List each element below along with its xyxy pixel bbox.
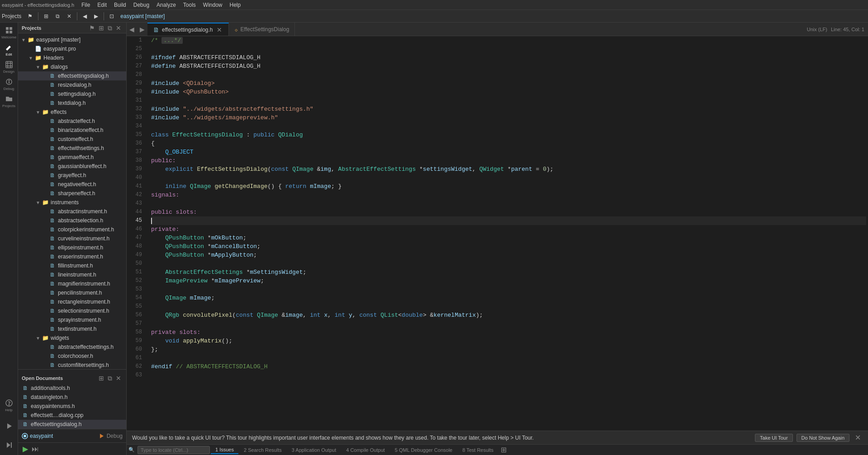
open-docs-list: 🗎additionaltools.h 🗎datasingleton.h 🗎eas…: [18, 384, 126, 429]
menu-build[interactable]: Build: [110, 1, 130, 9]
tree-item-pro[interactable]: 📄 easypaint.pro: [18, 44, 126, 53]
open-docs-split-btn[interactable]: ⧉: [106, 375, 114, 381]
toolbar-split-btn[interactable]: ⧉: [53, 12, 62, 20]
tab-effectsettingsdialog-class[interactable]: ⬦ EffectSettingsDialog: [229, 23, 295, 36]
run-btn[interactable]: ▶: [22, 444, 29, 454]
menu-help[interactable]: Help: [226, 1, 245, 9]
code-content[interactable]: /* ...*/ #ifndef ABSTRACTEFFECTSDIALOG_H…: [149, 36, 868, 431]
tree-file-customfilter[interactable]: 🗎customfiltersettings.h: [18, 361, 126, 369]
ln-45: 45: [127, 216, 146, 225]
sidebar-help[interactable]: Help: [1, 397, 17, 413]
menu-file[interactable]: File: [78, 1, 94, 9]
tree-file-abstractinstr[interactable]: 🗎abstractinstrument.h: [18, 207, 126, 216]
menu-window[interactable]: Window: [199, 1, 226, 9]
bottom-tab-test[interactable]: 8 Test Results: [458, 446, 498, 454]
bottom-tab-issues[interactable]: 1 Issues: [211, 446, 238, 454]
tree-file-binarization[interactable]: 🗎 binarizationeffect.h: [18, 126, 126, 135]
bottom-tab-search[interactable]: 2 Search Results: [239, 446, 286, 454]
toolbar-nav-fwd[interactable]: ▶: [91, 12, 101, 20]
toolbar-close-btn[interactable]: ✕: [64, 12, 74, 20]
sidebar-debug[interactable]: Debug: [1, 76, 17, 92]
notification-close-button[interactable]: ✕: [853, 433, 863, 442]
tree-file-fill[interactable]: 🗎fillinstrument.h: [18, 261, 126, 270]
panel-filter-btn[interactable]: ⚑: [88, 25, 96, 31]
panel-new-btn[interactable]: ⊞: [97, 25, 105, 31]
tree-file-settings[interactable]: 🗎 settingsdialog.h: [18, 89, 126, 99]
menu-analyze[interactable]: Analyze: [153, 1, 180, 9]
sidebar-design[interactable]: Design: [1, 59, 17, 75]
tree-file-abstracteffect[interactable]: 🗎 abstracteffect.h: [18, 117, 126, 126]
step-btn[interactable]: ⏭: [31, 444, 40, 454]
tree-headers[interactable]: ▼ 📁 Headers: [18, 53, 126, 62]
tree-file-abstractsel[interactable]: 🗎abstractselection.h: [18, 216, 126, 225]
tree-file-gamma[interactable]: 🗎 gammaeffect.h: [18, 153, 126, 162]
tree-file-rect[interactable]: 🗎rectangleinstrument.h: [18, 297, 126, 306]
toolbar-bookmark-btn[interactable]: ⊡: [107, 12, 117, 20]
tree-file-effectwith[interactable]: 🗎 effectwithsettings.h: [18, 144, 126, 153]
tree-file-effectsettings[interactable]: 🗎 effectsettingsdialog.h: [18, 71, 126, 80]
tree-file-gray[interactable]: 🗎 grayeffect.h: [18, 171, 126, 180]
tree-file-eraser[interactable]: 🗎eraserinstrument.h: [18, 252, 126, 261]
tree-container[interactable]: ▼ 📁 easypaint [master] 📄 easypaint.pro ▼…: [18, 33, 126, 369]
tree-file-pencil[interactable]: 🗎pencilinstrument.h: [18, 288, 126, 297]
toolbar-filter-btn[interactable]: ⚑: [25, 12, 35, 20]
tree-file-gaussian[interactable]: 🗎 gaussianblureffect.h: [18, 162, 126, 171]
tree-effects[interactable]: ▼ 📁 effects: [18, 108, 126, 117]
do-not-show-button[interactable]: Do Not Show Again: [797, 434, 849, 442]
tree-file-colorpicker[interactable]: 🗎colorpickerinstrument.h: [18, 225, 126, 234]
tree-file-textinstr[interactable]: 🗎textinstrument.h: [18, 324, 126, 333]
f-icon-re: 🗎: [49, 299, 56, 305]
sidebar-run[interactable]: [1, 418, 17, 434]
notification-text: Would you like to take a quick UI tour? …: [132, 435, 751, 441]
tab-nav-right[interactable]: ▶: [137, 23, 147, 36]
sidebar-projects[interactable]: Projects: [1, 93, 17, 109]
menu-tools[interactable]: Tools: [180, 1, 199, 9]
tree-root[interactable]: ▼ 📁 easypaint [master]: [18, 35, 126, 44]
open-doc-effectcpp[interactable]: 🗎effectsett....dialog.cpp: [18, 411, 126, 420]
tree-file-colorchooser[interactable]: 🗎colorchooser.h: [18, 352, 126, 361]
open-doc-datasingleton[interactable]: 🗎datasingleton.h: [18, 393, 126, 402]
tree-dialogs[interactable]: ▼ 📁 dialogs: [18, 62, 126, 71]
open-doc-effecth[interactable]: 🗎effectsettingsdialog.h: [18, 420, 126, 429]
tab-close-h[interactable]: ✕: [216, 26, 223, 33]
tree-widgets[interactable]: ▼ 📁 widgets: [18, 333, 126, 342]
tree-file-line[interactable]: 🗎lineinstrument.h: [18, 270, 126, 279]
open-doc-additionaltools[interactable]: 🗎additionaltools.h: [18, 384, 126, 393]
locate-input[interactable]: [138, 446, 210, 454]
ln-48: 48: [127, 242, 146, 251]
tree-effects-label: effects: [51, 109, 124, 115]
tree-file-curveline[interactable]: 🗎curvelineinstrument.h: [18, 234, 126, 243]
tab-effectsettingsdialog-h[interactable]: 🗎 effectsettingsdialog.h ✕: [147, 23, 229, 36]
tree-file-selection[interactable]: 🗎selectioninstrument.h: [18, 306, 126, 315]
menu-edit[interactable]: Edit: [94, 1, 110, 9]
bottom-tab-compile[interactable]: 4 Compile Output: [342, 446, 389, 454]
menu-debug[interactable]: Debug: [130, 1, 153, 9]
tree-file-ellipse[interactable]: 🗎ellipseinstrument.h: [18, 243, 126, 252]
sidebar-welcome[interactable]: Welcome: [1, 24, 17, 41]
open-docs-close-btn[interactable]: ✕: [114, 375, 123, 381]
panel-split-btn[interactable]: ⧉: [106, 25, 114, 31]
tree-instruments[interactable]: ▼ 📁 instruments: [18, 198, 126, 207]
sidebar-step[interactable]: [1, 437, 17, 453]
tree-file-sharpen[interactable]: 🗎 sharpeneffect.h: [18, 189, 126, 198]
panel-close-btn[interactable]: ✕: [114, 25, 123, 31]
tree-file-abstracteffectsettings[interactable]: 🗎abstracteffectsettings.h: [18, 342, 126, 352]
open-docs-new-btn[interactable]: ⊞: [97, 375, 105, 381]
take-tour-button[interactable]: Take UI Tour: [755, 434, 793, 442]
tab-nav-left[interactable]: ◀: [127, 23, 137, 36]
tree-file-magnifier[interactable]: 🗎magnifierinstrument.h: [18, 279, 126, 288]
tree-file-text[interactable]: 🗎 textdialog.h: [18, 99, 126, 108]
toolbar-new-btn[interactable]: ⊞: [41, 12, 51, 20]
bottom-tab-output[interactable]: 3 Application Output: [287, 446, 341, 454]
bottom-tabs-more[interactable]: ⊞: [501, 446, 507, 454]
tree-file-spray[interactable]: 🗎sprayinstrument.h: [18, 315, 126, 324]
sidebar-edit[interactable]: Edit: [1, 42, 17, 58]
open-docs-header[interactable]: Open Documents ⊞ ⧉ ✕: [18, 373, 126, 384]
tree-file-resize[interactable]: 🗎 resizedialog.h: [18, 80, 126, 89]
tree-file-custom[interactable]: 🗎 customeffect.h: [18, 135, 126, 144]
open-doc-enums[interactable]: 🗎easypaintenums.h: [18, 402, 126, 411]
bottom-tab-qml[interactable]: 5 QML Debugger Console: [390, 446, 457, 454]
tree-file-negative[interactable]: 🗎 negativeeffect.h: [18, 180, 126, 189]
panel-hscrollbar[interactable]: [18, 369, 126, 373]
toolbar-nav-back[interactable]: ◀: [80, 12, 90, 20]
